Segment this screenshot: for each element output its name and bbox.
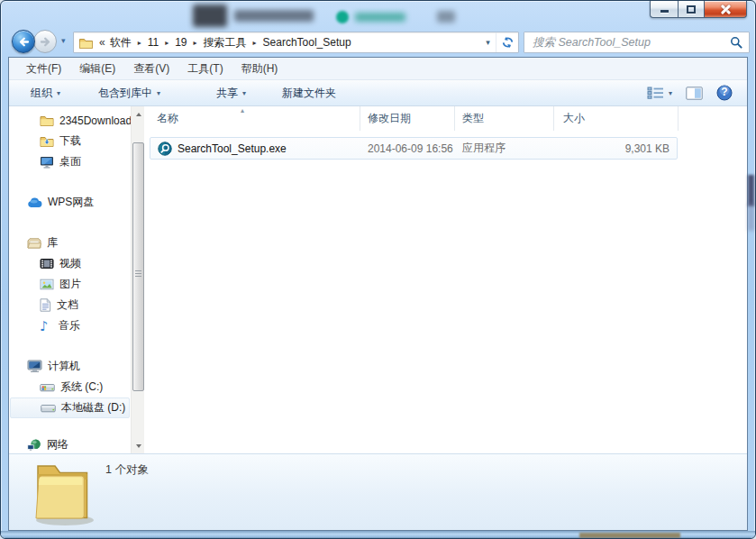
change-view-button[interactable]: ▾: [647, 87, 672, 99]
documents-icon: [40, 298, 51, 312]
downloads-folder-icon: [40, 135, 54, 147]
minimize-icon: [660, 10, 669, 13]
breadcrumb-segment[interactable]: 软件: [105, 35, 136, 50]
sidebar-item-pictures[interactable]: 图片: [9, 274, 131, 295]
sidebar-item-label: 网络: [47, 437, 68, 452]
sidebar-item-music[interactable]: ♪ 音乐: [9, 315, 131, 336]
breadcrumb-overflow-button[interactable]: «: [99, 36, 105, 49]
recent-pages-dropdown-icon[interactable]: ▾: [61, 36, 66, 45]
breadcrumb-separator-icon[interactable]: ▸: [192, 39, 199, 47]
details-pane: 1 个对象: [9, 453, 747, 530]
item-count-label: 1 个对象: [105, 462, 149, 478]
organize-label: 组织: [31, 86, 52, 101]
breadcrumb-segment[interactable]: 11: [143, 36, 163, 49]
background-window-blur: [355, 13, 405, 22]
sidebar-item-downloads[interactable]: 下载: [9, 131, 131, 151]
menu-help[interactable]: 帮助(H): [232, 59, 287, 79]
sidebar-group-gap: [9, 336, 144, 356]
background-window-blur: [748, 204, 754, 231]
help-glyph: ?: [716, 86, 733, 98]
breadcrumb-segment[interactable]: 19: [170, 36, 191, 49]
client-area: 文件(F) 编辑(E) 查看(V) 工具(T) 帮助(H) 组织▾ 包含到库中▾…: [8, 57, 748, 531]
help-button[interactable]: ?: [716, 85, 733, 101]
sidebar-item-label: 2345Download: [59, 114, 131, 127]
sidebar-scrollbar[interactable]: [131, 106, 144, 453]
scroll-down-button[interactable]: [132, 439, 144, 452]
titlebar[interactable]: [1, 1, 755, 28]
column-header-size[interactable]: 大小: [554, 106, 679, 131]
forward-button[interactable]: [33, 30, 57, 53]
menu-view[interactable]: 查看(V): [124, 59, 178, 79]
breadcrumb-segment[interactable]: SearchTool_Setup: [259, 36, 356, 49]
scrollbar-thumb[interactable]: [132, 142, 144, 391]
pictures-icon: [40, 279, 54, 290]
sidebar-group-gap: [9, 418, 144, 434]
window-bottom-border: [1, 531, 755, 538]
preview-pane-button[interactable]: [686, 87, 703, 100]
sidebar-item-label: 图片: [59, 277, 81, 292]
menu-edit[interactable]: 编辑(E): [70, 59, 124, 79]
sidebar-item-wps-cloud[interactable]: WPS网盘: [9, 192, 131, 213]
sidebar-group-gap: [9, 213, 144, 233]
searchtool-exe-icon: [158, 142, 172, 156]
sidebar-item-desktop[interactable]: 桌面: [9, 151, 131, 172]
include-in-library-button[interactable]: 包含到库中▾: [91, 82, 168, 105]
menu-file[interactable]: 文件(F): [17, 59, 70, 79]
preview-pane-icon: [686, 87, 703, 100]
file-name: SearchTool_Setup.exe: [178, 142, 287, 155]
background-window-blur: [336, 11, 349, 23]
maximize-button[interactable]: [678, 1, 705, 18]
file-size-cell: 9,301 KB: [554, 142, 677, 155]
sidebar-item-network[interactable]: 网络: [9, 434, 131, 453]
refresh-button[interactable]: [496, 32, 518, 52]
include-in-library-label: 包含到库中: [98, 86, 152, 101]
sidebar-item-system-c[interactable]: 系统 (C:): [9, 377, 131, 397]
file-row[interactable]: SearchTool_Setup.exe 2014-06-09 16:56 应用…: [150, 137, 678, 160]
minimize-button[interactable]: [650, 1, 678, 18]
views-icon: [647, 87, 664, 99]
sidebar-item-label: 音乐: [59, 318, 80, 333]
new-folder-button[interactable]: 新建文件夹: [275, 82, 343, 105]
music-icon: ♪: [40, 318, 53, 334]
sidebar-item-label: 系统 (C:): [60, 379, 103, 395]
column-header-type[interactable]: 类型: [455, 106, 554, 131]
scroll-up-button[interactable]: [132, 107, 144, 121]
folder-preview-icon: [23, 455, 101, 531]
sidebar-item-videos[interactable]: 视频: [9, 253, 131, 274]
breadcrumb-separator-icon[interactable]: ▸: [163, 39, 170, 47]
menu-tools[interactable]: 工具(T): [178, 59, 232, 79]
breadcrumb-separator-icon[interactable]: ▸: [251, 39, 259, 47]
organize-button[interactable]: 组织▾: [23, 82, 68, 105]
share-button[interactable]: 共享▾: [209, 82, 253, 105]
breadcrumb-segment[interactable]: 搜索工具: [199, 35, 251, 50]
sidebar-item-2345download[interactable]: 2345Download: [9, 110, 131, 131]
chevron-down-icon: ▾: [669, 89, 672, 97]
breadcrumb-separator-icon[interactable]: ▸: [136, 39, 143, 47]
address-dropdown-button[interactable]: ▾: [480, 38, 496, 47]
breadcrumb[interactable]: « 软件 ▸ 11 ▸ 19 ▸ 搜索工具 ▸ SearchTool_Setup…: [73, 32, 519, 53]
sidebar-item-label: 文档: [57, 297, 78, 313]
back-button[interactable]: [12, 30, 35, 53]
forward-arrow-icon: [38, 34, 53, 50]
explorer-body: 2345Download 下载 桌面 WPS网盘 库: [9, 106, 747, 453]
folder-icon: [40, 114, 54, 126]
search-icon[interactable]: [724, 36, 749, 49]
sidebar-item-label: 桌面: [59, 154, 81, 169]
column-header-name[interactable]: 名称: [144, 106, 360, 131]
background-window-blur: [193, 5, 227, 27]
sidebar-item-computer[interactable]: 计算机: [9, 356, 131, 377]
toolbar-right-group: ▾ ?: [647, 85, 733, 101]
background-window-blur: [437, 11, 455, 23]
search-input[interactable]: [524, 36, 724, 49]
file-name-cell: SearchTool_Setup.exe: [150, 142, 360, 156]
sidebar-item-documents[interactable]: 文档: [9, 295, 131, 315]
sidebar-item-local-d[interactable]: 本地磁盘 (D:): [10, 397, 130, 418]
chevron-down-icon: ▾: [57, 89, 60, 97]
local-drive-icon: [41, 403, 56, 414]
close-button[interactable]: [705, 1, 747, 18]
search-box: [524, 32, 750, 53]
new-folder-label: 新建文件夹: [282, 86, 336, 101]
sidebar-item-libraries[interactable]: 库: [9, 233, 131, 253]
column-header-date-modified[interactable]: 修改日期: [360, 106, 455, 131]
scroll-down-icon: [136, 444, 141, 448]
